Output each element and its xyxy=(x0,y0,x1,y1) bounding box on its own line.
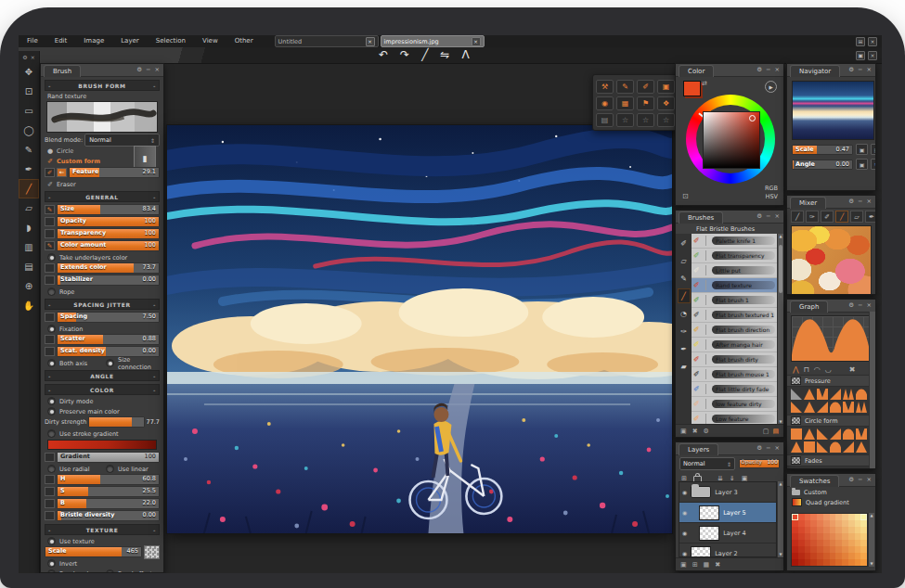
toggle-icon[interactable] xyxy=(45,453,55,462)
swatch-cell[interactable] xyxy=(805,520,811,527)
curve-preset[interactable] xyxy=(830,402,841,413)
feature-slider[interactable]: Feature 29.1 xyxy=(69,167,160,178)
swatch-cell[interactable] xyxy=(805,540,811,546)
swatch-cell[interactable] xyxy=(842,533,848,540)
scatter-slider[interactable]: Scatter 0.88 xyxy=(57,334,160,345)
curve-preset[interactable] xyxy=(791,428,802,440)
swatch-cell[interactable] xyxy=(835,527,842,533)
use-linear-radio[interactable]: Use linear xyxy=(106,465,158,473)
brush-list-item[interactable]: ✐ Flat brush dirty xyxy=(692,352,778,367)
tool-button[interactable]: ✥ xyxy=(19,62,39,82)
swatch-cell[interactable] xyxy=(792,553,798,559)
swatch-cell[interactable] xyxy=(848,553,855,559)
minimize-icon[interactable]: − xyxy=(766,66,770,74)
swatch-cell[interactable] xyxy=(805,553,811,559)
swatch-cell[interactable] xyxy=(823,533,830,540)
brush-category-button[interactable]: ◔ xyxy=(678,306,691,321)
palette-button[interactable]: ❖ xyxy=(657,96,675,110)
tool-button[interactable]: ⊕ xyxy=(19,276,39,296)
eye-icon[interactable]: ◉ xyxy=(682,530,687,536)
toggle-icon[interactable] xyxy=(45,499,55,508)
fixation-radio[interactable]: Fixation xyxy=(47,325,157,333)
swatch-cell[interactable] xyxy=(830,540,836,546)
brush-list-item[interactable]: ✐ Palette knife 1 xyxy=(692,234,778,249)
swatch-cell[interactable] xyxy=(810,533,817,540)
swatch-cell[interactable] xyxy=(848,540,855,546)
brush-form-header[interactable]: BRUSH FORM xyxy=(45,80,160,91)
curve-preset[interactable] xyxy=(856,402,867,413)
curve-preset[interactable] xyxy=(817,468,828,469)
slider[interactable]: Opacity 100 xyxy=(57,216,160,227)
minimize-icon[interactable]: − xyxy=(766,444,770,453)
close-icon[interactable]: × xyxy=(868,51,877,60)
swatch-cell[interactable] xyxy=(835,559,842,566)
frame-icon[interactable]: ⊡ xyxy=(682,192,689,200)
size-connection-radio[interactable]: Size connection xyxy=(106,359,158,367)
dock-icon[interactable]: ⊞ xyxy=(856,37,865,46)
swatch-cell[interactable] xyxy=(842,527,848,533)
curve-preset[interactable] xyxy=(830,441,841,453)
new-layer-button[interactable]: ▣ xyxy=(680,561,687,569)
mixer-tool-button[interactable]: ╱ xyxy=(835,211,848,223)
brush-list-item[interactable]: ✐ Flat little dirty fade xyxy=(692,382,778,397)
curve-preset[interactable] xyxy=(856,428,867,440)
close-icon[interactable]: × xyxy=(775,212,780,221)
invert-radio[interactable]: Invert xyxy=(47,559,157,568)
mixer-panel-tab[interactable]: Mixer xyxy=(790,197,826,209)
curve-preset[interactable] xyxy=(843,389,854,400)
gear-icon[interactable]: ⚙ xyxy=(756,66,762,74)
gear-icon[interactable]: ⚙ xyxy=(848,301,854,310)
palette-button[interactable]: ▣ xyxy=(657,80,675,94)
scrollbar-thumb[interactable] xyxy=(779,245,782,293)
eye-icon[interactable]: ◉ xyxy=(682,509,687,516)
gear-icon[interactable]: ⚙ xyxy=(756,444,762,453)
blend-mode-select[interactable]: Normal ⇕ xyxy=(84,134,160,147)
close-icon[interactable]: × xyxy=(775,66,780,74)
primary-color-swatch[interactable] xyxy=(683,81,701,96)
curve-preset[interactable] xyxy=(804,428,815,440)
curve-preset[interactable] xyxy=(843,428,854,440)
toggle-icon[interactable] xyxy=(45,313,55,322)
delete-brush-button[interactable]: ✖ xyxy=(692,428,698,435)
scroll-up-icon[interactable]: ▲ xyxy=(869,513,874,518)
swatch-cell[interactable] xyxy=(817,520,823,527)
mixer-tool-button[interactable]: ▱ xyxy=(850,211,863,223)
snapshot-button[interactable]: ▦ xyxy=(704,561,710,569)
swatch-cell[interactable] xyxy=(792,533,798,540)
dirty-mode-radio[interactable]: Dirty mode xyxy=(47,397,157,405)
gear-icon[interactable]: ⚙ xyxy=(848,198,854,206)
palette-button[interactable]: ☆ xyxy=(637,113,654,127)
hsv-mode-label[interactable]: HSV xyxy=(765,193,778,201)
canvas-artwork[interactable] xyxy=(167,125,672,533)
curve-preset[interactable] xyxy=(817,402,828,413)
swatch-cell[interactable] xyxy=(830,514,836,520)
layer-opacity-slider[interactable]: Opacity 100 xyxy=(739,459,780,468)
palette-button[interactable]: ▤ xyxy=(596,113,614,127)
swatch-cell[interactable] xyxy=(823,546,830,553)
curve-dome-icon[interactable]: ◠ xyxy=(814,365,821,374)
swatch-cell[interactable] xyxy=(792,540,798,546)
swatch-cell[interactable] xyxy=(792,514,798,520)
swatches-panel-tab[interactable]: Swatches xyxy=(790,475,839,487)
swatch-cell[interactable] xyxy=(842,546,848,553)
flip-view-button[interactable]: ▣ xyxy=(856,159,868,170)
curve-preset[interactable] xyxy=(856,468,867,469)
swatch-cell[interactable] xyxy=(810,553,817,559)
tool-button[interactable]: ✎ xyxy=(19,140,39,160)
tab-close-icon[interactable]: × xyxy=(366,37,375,46)
swatch-cell[interactable] xyxy=(792,559,798,566)
pressure-section-header[interactable]: Pressure xyxy=(787,375,875,387)
swatch-cell[interactable] xyxy=(848,559,855,566)
swatch-cell[interactable] xyxy=(805,533,811,540)
swatch-cell[interactable] xyxy=(842,559,848,566)
graph-scrollbar[interactable] xyxy=(869,312,875,468)
swatch-cell[interactable] xyxy=(842,514,848,520)
swatch-cell[interactable] xyxy=(792,520,798,527)
document-tab[interactable]: impressionism.jpg × xyxy=(381,35,485,47)
swatches-scrollbar[interactable]: ▲ ▼ xyxy=(868,513,874,567)
minimize-icon[interactable]: − xyxy=(858,301,862,310)
brush-list-item[interactable]: ✐ Little put xyxy=(692,263,778,278)
preserve-main-color-radio[interactable]: Preserve main color xyxy=(47,407,157,415)
brush-category-button[interactable]: ╱ xyxy=(678,288,691,303)
swatch-cell[interactable] xyxy=(848,533,855,540)
